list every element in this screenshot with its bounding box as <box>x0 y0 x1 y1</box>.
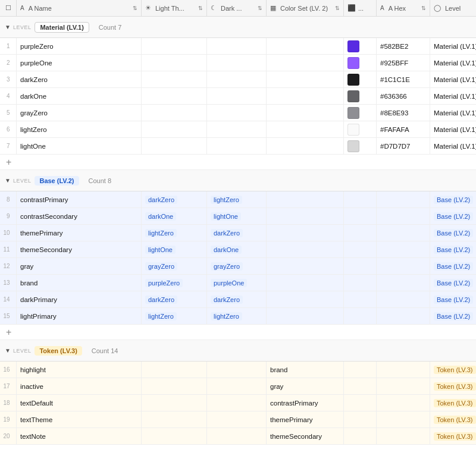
table-row: 7 lightOne #D7D7D7 Material (LV.1) <box>0 138 476 155</box>
row-name-3: darkZero <box>17 71 142 87</box>
table-row: 15 lightPrimary lightZero lightZero Base… <box>0 308 476 325</box>
row-check-5[interactable]: 5 <box>0 105 17 121</box>
row-light-10: lightZero <box>142 225 207 241</box>
row-hex-17 <box>377 378 430 394</box>
row-check-7[interactable]: 7 <box>0 138 17 154</box>
row-check-19[interactable]: 19 <box>0 411 17 428</box>
row-level-2: Material (LV.1) <box>430 55 476 71</box>
row-dark-19 <box>207 411 267 428</box>
row-check-14[interactable]: 14 <box>0 291 17 307</box>
table-row: 19 textTheme themePrimary Token (LV.3) <box>0 411 476 428</box>
row-check-8[interactable]: 8 <box>0 191 17 208</box>
row-hex-8 <box>377 191 430 208</box>
row-colorset-10 <box>267 225 344 241</box>
row-level-8: Base (LV.2) <box>430 191 476 208</box>
row-check-2[interactable]: 2 <box>0 55 17 71</box>
table-header: ☐ A A Name ⇅ ☀ Light Th... ⇅ ☾ Dark ... … <box>0 0 476 17</box>
row-check-11[interactable]: 11 <box>0 241 17 257</box>
color-swatch-3 <box>347 74 359 86</box>
row-name-2: purpleOne <box>17 55 142 71</box>
table-row: 17 inactive gray Token (LV.3) <box>0 378 476 395</box>
row-check-13[interactable]: 13 <box>0 275 17 291</box>
header-level[interactable]: ◯ Level ⇅ <box>430 0 476 16</box>
chevron-base[interactable]: ▼ <box>5 177 11 184</box>
row-check-3[interactable]: 3 <box>0 71 17 87</box>
sort-icon-dark: ⇅ <box>258 5 262 11</box>
header-dark-theme[interactable]: ☾ Dark ... ⇅ <box>207 0 267 16</box>
row-check-18[interactable]: 18 <box>0 395 17 411</box>
row-dark-15: lightZero <box>207 308 267 324</box>
sun-icon: ☀ <box>145 4 151 12</box>
row-level-16: Token (LV.3) <box>430 362 476 378</box>
color-swatch-1 <box>347 40 359 52</box>
row-check-10[interactable]: 10 <box>0 225 17 241</box>
row-swatch-3 <box>344 71 377 87</box>
row-level-6: Material (LV.1) <box>430 121 476 137</box>
row-name-10: themePrimary <box>17 225 142 241</box>
header-swatch[interactable]: ⬛ ... <box>344 0 377 16</box>
row-level-10: Base (LV.2) <box>430 225 476 241</box>
row-check-1[interactable]: 1 <box>0 38 17 54</box>
row-check-17[interactable]: 17 <box>0 378 17 394</box>
row-dark-6 <box>207 121 267 137</box>
row-dark-14: darkZero <box>207 291 267 307</box>
row-name-1: purpleZero <box>17 38 142 54</box>
table-row: 6 lightZero #FAFAFA Material (LV.1) <box>0 121 476 138</box>
row-hex-3: #1C1C1E <box>377 71 430 87</box>
text-icon-hex: A <box>380 5 384 11</box>
row-level-4: Material (LV.1) <box>430 88 476 104</box>
header-checkbox[interactable]: ☐ <box>0 0 17 16</box>
header-name[interactable]: A A Name ⇅ <box>17 0 142 16</box>
row-check-12[interactable]: 12 <box>0 258 17 274</box>
row-hex-18 <box>377 395 430 411</box>
row-colorset-4 <box>267 88 344 104</box>
row-num: 1 <box>2 43 10 49</box>
token-rows: 16 highlight brand Token (LV.3) 17 inact <box>0 362 476 445</box>
header-light-theme[interactable]: ☀ Light Th... ⇅ <box>142 0 207 16</box>
row-hex-10 <box>377 225 430 241</box>
row-dark-13: purpleOne <box>207 275 267 291</box>
row-dark-16 <box>207 362 267 378</box>
table-row: 2 purpleOne #925BFF Material (LV.1) <box>0 55 476 71</box>
badge-material: Material (LV.1) <box>35 22 89 33</box>
row-colorset-9 <box>267 208 344 224</box>
add-row-material[interactable]: + <box>0 155 476 170</box>
row-check-16[interactable]: 16 <box>0 362 17 378</box>
text-icon: A <box>20 5 24 11</box>
row-colorset-17: gray <box>267 378 344 394</box>
row-light-19 <box>142 411 207 428</box>
row-colorset-16: brand <box>267 362 344 378</box>
chevron-material[interactable]: ▼ <box>5 24 11 30</box>
row-light-8: darkZero <box>142 191 207 208</box>
row-dark-8: lightZero <box>207 191 267 208</box>
row-check-4[interactable]: 4 <box>0 88 17 104</box>
table-row: 3 darkZero #1C1C1E Material (LV.1) <box>0 71 476 88</box>
row-check-6[interactable]: 6 <box>0 121 17 137</box>
row-light-6 <box>142 121 207 137</box>
row-swatch-12 <box>344 258 377 274</box>
add-row-base[interactable]: + <box>0 325 476 340</box>
row-check-15[interactable]: 15 <box>0 308 17 324</box>
row-level-9: Base (LV.2) <box>430 208 476 224</box>
row-hex-14 <box>377 291 430 307</box>
row-name-8: contrastPrimary <box>17 191 142 208</box>
chevron-token[interactable]: ▼ <box>5 347 11 354</box>
sort-icon-colorset: ⇅ <box>335 5 340 11</box>
row-dark-3 <box>207 71 267 87</box>
row-check-9[interactable]: 9 <box>0 208 17 224</box>
row-light-1 <box>142 38 207 54</box>
row-light-17 <box>142 378 207 394</box>
row-dark-20 <box>207 428 267 444</box>
header-colorset[interactable]: ▦ Color Set (LV. 2) ⇅ <box>267 0 344 16</box>
row-dark-17 <box>207 378 267 394</box>
count-token: Count 14 <box>92 347 118 354</box>
row-check-20[interactable]: 20 <box>0 428 17 444</box>
header-hex[interactable]: A A Hex ⇅ <box>377 0 430 16</box>
row-colorset-15 <box>267 308 344 324</box>
row-name-5: grayZero <box>17 105 142 121</box>
row-light-11: lightOne <box>142 241 207 257</box>
row-level-5: Material (LV.1) <box>430 105 476 121</box>
row-dark-11: darkOne <box>207 241 267 257</box>
row-hex-12 <box>377 258 430 274</box>
table-row: 5 grayZero #8E8E93 Material (LV.1) <box>0 105 476 121</box>
